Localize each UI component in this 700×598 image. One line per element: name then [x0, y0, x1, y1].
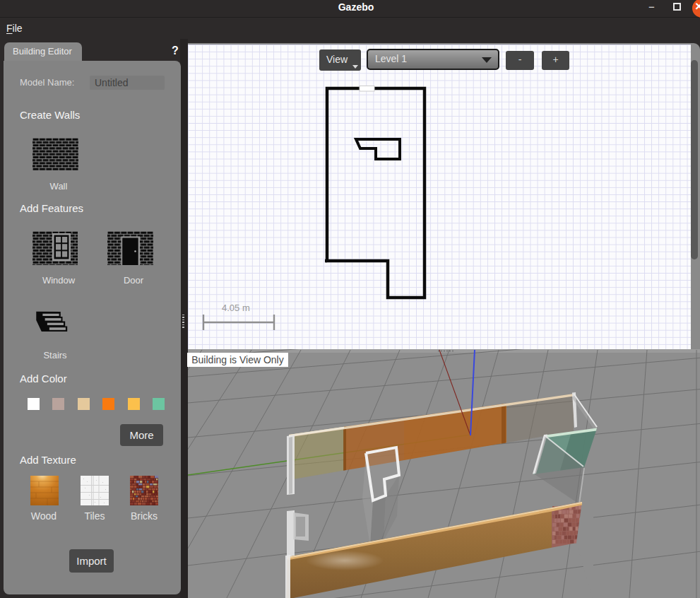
svg-text:4.05 m: 4.05 m — [222, 303, 250, 313]
